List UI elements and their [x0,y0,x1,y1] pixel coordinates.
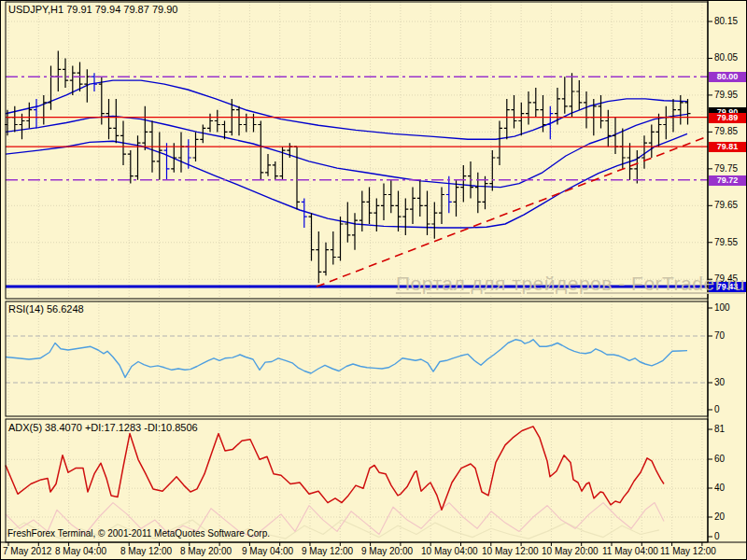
panel-border [6,301,708,416]
price-axis-label: 79.55 [714,237,738,247]
price-axis-label: 79.85 [714,126,738,136]
mt4-chart-window: USDJPY,H1 79.91 79.94 79.87 79.90 RSI(14… [0,0,747,560]
adx-axis-label: 81 [714,424,725,434]
panel-border [6,2,708,299]
rsi-axis-label: 70 [714,330,725,341]
rsi-axis-label: 100 [714,302,730,313]
adx-axis-label: 60 [714,454,725,464]
time-axis-label: 9 May 04:00 [242,546,293,556]
time-axis-label: 9 May 12:00 [302,546,353,556]
adx-axis-label: 20 [714,511,725,522]
terminal-copyright: FreshForex Terminal, © 2001-2011 MetaQuo… [7,528,270,539]
price-badge-79.89: 79.89 [709,113,746,123]
adx-line [6,427,664,510]
support-trendline[interactable] [317,136,708,287]
time-axis-label: 8 May 20:00 [180,546,232,556]
bollinger-lower-line [6,133,687,228]
rsi-indicator-label: RSI(14) 56.6248 [8,303,84,315]
price-axis-label: 80.05 [714,52,738,63]
time-axis-label: 11 May 04:00 [602,546,658,556]
adx-axis-label: 0 [714,531,720,541]
chart-title: USDJPY,H1 79.91 79.94 79.87 79.90 [8,4,177,15]
fortrader-watermark: Портал для трейдеров - ForTrader.ru [396,273,745,295]
rsi-axis-label: 30 [714,377,725,387]
price-axis-label: 79.95 [714,90,738,100]
price-badge-79.81: 79.81 [709,142,746,152]
adx-indicator-label: ADX(5) 38.4070 +DI:17.1283 -DI:10.8506 [8,422,198,433]
time-axis-label: 8 May 12:00 [120,546,172,556]
bollinger-upper-line [6,80,687,139]
time-axis-label: 10 May 12:00 [482,546,539,556]
price-badge-80.00: 80.00 [709,72,746,82]
rsi-axis-label: 0 [714,404,720,414]
time-axis-label: 9 May 20:00 [361,546,413,556]
time-axis-label: 10 May 20:00 [542,546,599,556]
price-axis-label: 79.65 [714,200,738,210]
ohlc-bars [5,51,691,284]
price-axis-label: 80.15 [714,16,738,26]
time-axis-label: 7 May 2012 [3,546,51,556]
bollinger-middle-line [6,114,687,187]
rsi-line [6,340,687,378]
ohlc-bars-highlighted [34,73,553,228]
price-axis-label: 79.75 [714,163,738,174]
time-axis[interactable]: 7 May 20128 May 04:008 May 12:008 May 20… [1,543,746,559]
rsi-panel [6,336,708,383]
panel-border [6,419,708,542]
time-axis-label: 11 May 12:00 [660,546,716,556]
adx-panel [6,427,664,539]
price-badge-79.72: 79.72 [709,175,746,186]
time-axis-label: 8 May 04:00 [55,546,106,556]
adx-axis-label: 40 [714,483,725,493]
time-axis-label: 10 May 04:00 [421,546,478,556]
